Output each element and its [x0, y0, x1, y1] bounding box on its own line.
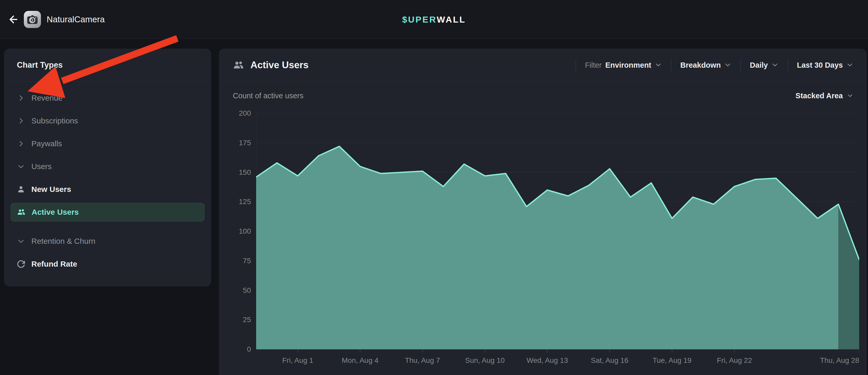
chevron-right-icon — [15, 115, 27, 127]
x-axis-tick-label: Fri, Aug 22 — [717, 356, 752, 365]
filter-divider — [787, 59, 788, 71]
filter-value: Daily — [750, 61, 768, 69]
area-chart — [256, 113, 859, 353]
person-icon — [15, 183, 27, 195]
filter-dropdown-daily[interactable]: Daily — [750, 61, 779, 69]
y-axis-tick-label: 175 — [222, 139, 251, 147]
main-header-divider — [219, 81, 866, 82]
sidebar-item-label: Active Users — [32, 208, 79, 217]
sidebar-item-new-users[interactable]: New Users — [11, 180, 205, 199]
sidebar-item-paywalls[interactable]: Paywalls — [11, 134, 205, 153]
chevron-down-icon — [15, 160, 27, 173]
sidebar-item-label: Revenue — [31, 94, 62, 102]
page-title: Active Users — [250, 60, 309, 70]
y-axis-tick-label: 50 — [222, 286, 251, 294]
filter-value: Breakdown — [680, 61, 721, 69]
x-axis-tick-label: Thu, Aug 7 — [405, 356, 440, 365]
camera-app-icon — [24, 11, 41, 28]
app-title: NaturalCamera — [46, 0, 105, 39]
y-axis-tick-label: 0 — [222, 345, 251, 353]
sidebar-item-label: Refund Rate — [31, 259, 77, 269]
app-window: NaturalCamera $UPERWALL Chart Types Reve… — [0, 0, 868, 375]
filter-divider — [576, 59, 576, 71]
back-arrow-icon[interactable] — [8, 14, 19, 25]
logo-secondary: WALL — [437, 14, 466, 25]
chart-type-dropdown[interactable]: Stacked Area — [796, 88, 854, 103]
chart-type-value: Stacked Area — [796, 92, 843, 100]
chevron-down-icon — [15, 235, 27, 247]
sidebar-item-label: New Users — [31, 185, 71, 194]
x-axis-tick-label: Thu, Aug 28 — [820, 356, 859, 365]
chevron-right-icon — [15, 92, 27, 104]
y-axis-tick-label: 100 — [222, 227, 251, 236]
filter-value: Last 30 Days — [797, 61, 843, 69]
chart-types-panel: Chart Types RevenueSubscriptionsPaywalls… — [4, 49, 211, 286]
chevron-right-icon — [15, 137, 27, 150]
filter-dropdown-environment[interactable]: FilterEnvironment — [585, 61, 662, 69]
sidebar-item-label: Users — [31, 162, 52, 171]
chevron-down-icon — [846, 92, 854, 99]
filter-dropdown-last-30-days[interactable]: Last 30 Days — [797, 61, 854, 69]
y-axis-tick-label: 75 — [222, 257, 251, 265]
x-axis-tick-label: Sun, Aug 10 — [465, 356, 505, 365]
sidebar-item-active-users[interactable]: Active Users — [11, 203, 205, 221]
logo-primary: $UPER — [402, 14, 437, 25]
chevron-down-icon — [772, 61, 779, 69]
filter-divider — [671, 59, 672, 71]
sidebar-item-revenue[interactable]: Revenue — [11, 89, 205, 107]
sidebar-item-users[interactable]: Users — [11, 157, 205, 176]
sidebar-item-label: Subscriptions — [31, 117, 78, 125]
x-axis-tick-label: Mon, Aug 4 — [342, 356, 378, 365]
chevron-down-icon — [655, 61, 662, 69]
y-axis-tick-label: 125 — [222, 198, 251, 206]
top-bar: NaturalCamera $UPERWALL — [0, 0, 868, 39]
sidebar-item-refund-rate[interactable]: Refund Rate — [11, 255, 205, 273]
sidebar-title: Chart Types — [17, 49, 63, 81]
y-axis-tick-label: 150 — [222, 168, 251, 177]
y-axis-tick-label: 200 — [222, 109, 251, 118]
people-icon — [15, 206, 28, 218]
people-icon — [233, 59, 244, 71]
chevron-down-icon — [724, 61, 732, 69]
x-axis-tick-label: Tue, Aug 19 — [653, 356, 691, 365]
panel-title-row: Active Users — [233, 49, 309, 81]
sidebar-item-label: Paywalls — [31, 139, 62, 148]
filter-dropdown-breakdown[interactable]: Breakdown — [680, 61, 732, 69]
x-axis-tick-label: Wed, Aug 13 — [527, 356, 568, 365]
chevron-down-icon — [846, 61, 854, 69]
x-axis-tick-label: Sat, Aug 16 — [591, 356, 628, 365]
sidebar-item-subscriptions[interactable]: Subscriptions — [11, 112, 205, 130]
chart-subtitle: Count of active users — [233, 88, 303, 103]
y-axis-tick-label: 25 — [222, 316, 251, 324]
filter-value: Environment — [606, 61, 651, 69]
sidebar-item-retention-churn[interactable]: Retention & Churn — [11, 232, 205, 251]
sidebar-divider — [4, 81, 211, 82]
sidebar-item-label: Retention & Churn — [31, 237, 95, 246]
x-axis-tick-label: Fri, Aug 1 — [282, 356, 313, 365]
filter-bar: FilterEnvironmentBreakdownDailyLast 30 D… — [576, 49, 854, 81]
refresh-icon — [15, 258, 27, 270]
filter-divider — [740, 59, 741, 71]
filter-label: Filter — [585, 61, 601, 69]
superwall-logo: $UPERWALL — [402, 0, 466, 39]
